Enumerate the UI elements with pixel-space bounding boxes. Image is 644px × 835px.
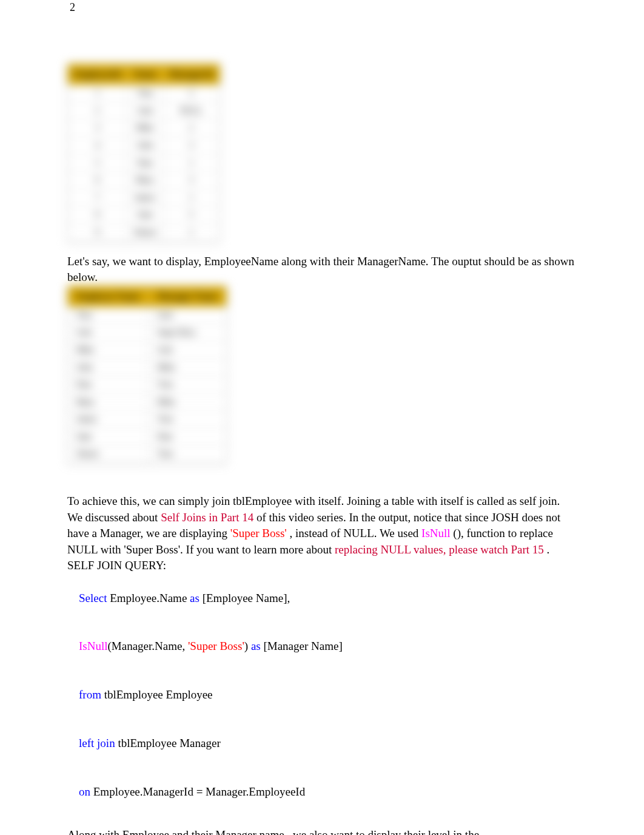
employee-table: EmployeeId Name ManagerId 1Tom2 2JoshNUL… [67,64,220,241]
kw-on: on [79,785,90,798]
kw-leftjoin: left join [79,737,115,749]
kw-as: as [190,592,200,604]
table-row: 9Simon1 [68,223,220,241]
kw-as: as [251,640,261,652]
table-row: 1Tom2 [68,85,220,103]
code-text: [Employee Name], [200,592,290,604]
code-text: Employee.ManagerId = Manager.EmployeeId [90,785,305,798]
table-row: MaryMike [68,393,227,411]
table-row: 7James1 [68,189,220,206]
text: NULL. We used [343,527,421,539]
text-superboss: 'Super Boss' [230,527,287,539]
table-row: 3Mike2 [68,120,220,137]
link-replacing-null[interactable]: replacing NULL values, please watch Part… [335,543,544,556]
table-row: MikeJosh [68,341,227,359]
table-row: PamTom [68,376,227,394]
table-row: JamesTom [68,411,227,428]
table-row: 6Mary3 [68,172,220,189]
fn-isnull: IsNull [79,640,108,652]
text-josh: JOSH [491,511,518,524]
kw-select: Select [79,592,107,604]
code-text: tblEmployee Manager [115,737,221,749]
text: To achieve this, we can simply join tblE… [67,495,344,507]
col-employeeid: EmployeeId [68,64,128,85]
table-row: JoshSuper Boss [68,324,227,342]
table-row: 4John3 [68,137,220,154]
sql-query: Select Employee.Name as [Employee Name],… [67,574,577,816]
output-table-wrapper: Employee Name Manager Name TomJosh JoshS… [67,286,577,463]
paragraph-next: Along with Employee and their Manager na… [67,827,577,835]
paragraph-explanation: To achieve this, we can simply join tblE… [67,493,577,558]
paragraph-intro: Let's say, we want to display, EmployeeN… [67,254,577,286]
text: . [547,543,550,556]
table-row: SamPam [68,428,227,445]
query-title: SELF JOIN QUERY: [67,558,577,574]
text: of this video series. In the output, not… [257,511,491,524]
table-row: TomJosh [68,306,227,324]
table-row: 5Pam1 [68,154,220,172]
col-name: Name [127,64,163,85]
text: , we also want to display their level in… [287,828,479,835]
table-row: 8Sam5 [68,206,220,224]
code-text: Employee.Name [107,592,190,604]
output-table: Employee Name Manager Name TomJosh JoshS… [67,286,227,463]
col-managerid: ManagerId [163,64,220,85]
col-mgrname: Manager Name [149,286,226,306]
text: Along with Employee and their Manager na… [67,828,284,835]
code-text: tblEmployee Employee [101,688,213,701]
table-row: JohnMike [68,359,227,376]
employee-table-wrapper: EmployeeId Name ManagerId 1Tom2 2JoshNUL… [67,64,577,241]
table-row: SimonTom [68,445,227,463]
kw-from: from [79,688,101,701]
text-isnull: IsNull [421,527,451,539]
col-empname: Employee Name [68,286,149,306]
table-row: 2JoshNULL [68,102,220,120]
code-text: ) [244,640,251,652]
str-superboss: 'Super Boss' [188,640,244,652]
text: , instead of [289,527,343,539]
text: Let's say, we want to display, EmployeeN… [67,255,426,268]
code-text: (Manager.Name, [108,640,188,652]
code-text: [Manager Name] [261,640,343,652]
link-self-joins[interactable]: Self Joins in Part 14 [161,511,253,524]
page-number: 2 [70,0,577,15]
